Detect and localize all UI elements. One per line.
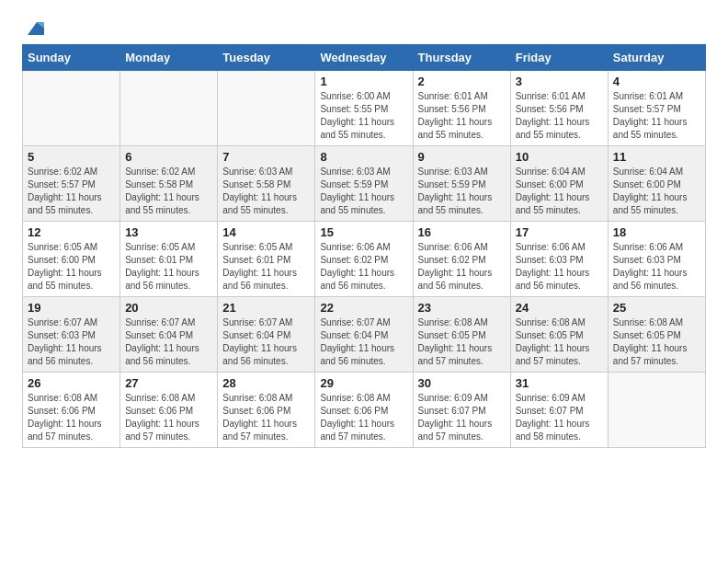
weekday-sunday: Sunday: [23, 45, 120, 71]
calendar-cell: 17Sunrise: 6:06 AM Sunset: 6:03 PM Dayli…: [510, 222, 608, 297]
logo: [22, 18, 44, 35]
calendar-cell: 16Sunrise: 6:06 AM Sunset: 6:02 PM Dayli…: [413, 222, 510, 297]
day-info: Sunrise: 6:03 AM Sunset: 5:59 PM Dayligh…: [320, 166, 407, 217]
day-number: 28: [222, 376, 310, 390]
calendar-cell: 15Sunrise: 6:06 AM Sunset: 6:02 PM Dayli…: [315, 222, 413, 297]
calendar-cell: [218, 71, 315, 146]
week-row-5: 26Sunrise: 6:08 AM Sunset: 6:06 PM Dayli…: [23, 373, 706, 448]
day-number: 24: [516, 301, 603, 315]
calendar: SundayMondayTuesdayWednesdayThursdayFrid…: [22, 44, 706, 448]
day-info: Sunrise: 6:09 AM Sunset: 6:07 PM Dayligh…: [516, 392, 603, 443]
day-number: 29: [320, 376, 407, 390]
day-info: Sunrise: 6:08 AM Sunset: 6:05 PM Dayligh…: [613, 316, 700, 368]
day-info: Sunrise: 6:04 AM Sunset: 6:00 PM Dayligh…: [516, 166, 603, 217]
day-number: 15: [320, 225, 407, 239]
calendar-cell: 1Sunrise: 6:00 AM Sunset: 5:55 PM Daylig…: [315, 71, 413, 146]
calendar-cell: 9Sunrise: 6:03 AM Sunset: 5:59 PM Daylig…: [413, 146, 510, 222]
day-number: 3: [516, 75, 603, 88]
calendar-cell: 19Sunrise: 6:07 AM Sunset: 6:03 PM Dayli…: [23, 297, 120, 373]
weekday-tuesday: Tuesday: [218, 45, 315, 71]
day-number: 22: [320, 301, 407, 315]
day-number: 23: [418, 301, 506, 315]
calendar-cell: 7Sunrise: 6:03 AM Sunset: 5:58 PM Daylig…: [218, 146, 315, 222]
day-number: 14: [222, 225, 310, 239]
calendar-cell: 5Sunrise: 6:02 AM Sunset: 5:57 PM Daylig…: [23, 146, 120, 222]
weekday-saturday: Saturday: [608, 45, 705, 71]
calendar-cell: 22Sunrise: 6:07 AM Sunset: 6:04 PM Dayli…: [315, 297, 413, 373]
weekday-friday: Friday: [510, 45, 608, 71]
calendar-cell: 14Sunrise: 6:05 AM Sunset: 6:01 PM Dayli…: [218, 222, 315, 297]
day-info: Sunrise: 6:08 AM Sunset: 6:05 PM Dayligh…: [516, 316, 603, 368]
weekday-thursday: Thursday: [413, 45, 510, 71]
week-row-4: 19Sunrise: 6:07 AM Sunset: 6:03 PM Dayli…: [23, 297, 706, 373]
day-number: 2: [418, 75, 506, 88]
calendar-cell: 25Sunrise: 6:08 AM Sunset: 6:05 PM Dayli…: [608, 297, 705, 373]
day-number: 25: [613, 301, 700, 315]
day-info: Sunrise: 6:07 AM Sunset: 6:04 PM Dayligh…: [222, 316, 310, 368]
day-number: 20: [125, 301, 212, 315]
weekday-header-row: SundayMondayTuesdayWednesdayThursdayFrid…: [23, 45, 706, 71]
day-info: Sunrise: 6:05 AM Sunset: 6:01 PM Dayligh…: [222, 241, 310, 293]
day-info: Sunrise: 6:05 AM Sunset: 6:01 PM Dayligh…: [125, 241, 212, 293]
day-number: 30: [418, 376, 506, 390]
day-info: Sunrise: 6:00 AM Sunset: 5:55 PM Dayligh…: [320, 90, 407, 142]
weekday-wednesday: Wednesday: [315, 45, 413, 71]
calendar-cell: 21Sunrise: 6:07 AM Sunset: 6:04 PM Dayli…: [218, 297, 315, 373]
calendar-cell: [23, 71, 120, 146]
calendar-cell: 26Sunrise: 6:08 AM Sunset: 6:06 PM Dayli…: [23, 373, 120, 448]
day-number: 16: [418, 225, 506, 239]
day-number: 4: [613, 75, 700, 88]
day-info: Sunrise: 6:01 AM Sunset: 5:56 PM Dayligh…: [516, 90, 603, 142]
calendar-cell: 2Sunrise: 6:01 AM Sunset: 5:56 PM Daylig…: [413, 71, 510, 146]
day-info: Sunrise: 6:08 AM Sunset: 6:06 PM Dayligh…: [28, 392, 115, 443]
calendar-cell: 10Sunrise: 6:04 AM Sunset: 6:00 PM Dayli…: [510, 146, 608, 222]
day-info: Sunrise: 6:08 AM Sunset: 6:06 PM Dayligh…: [222, 392, 310, 443]
day-info: Sunrise: 6:09 AM Sunset: 6:07 PM Dayligh…: [418, 392, 506, 443]
day-info: Sunrise: 6:06 AM Sunset: 6:02 PM Dayligh…: [320, 241, 407, 293]
day-number: 21: [222, 301, 310, 315]
calendar-cell: 6Sunrise: 6:02 AM Sunset: 5:58 PM Daylig…: [120, 146, 218, 222]
day-info: Sunrise: 6:01 AM Sunset: 5:56 PM Dayligh…: [418, 90, 506, 142]
calendar-cell: [120, 71, 218, 146]
week-row-1: 1Sunrise: 6:00 AM Sunset: 5:55 PM Daylig…: [23, 71, 706, 146]
day-number: 11: [613, 150, 700, 164]
day-info: Sunrise: 6:06 AM Sunset: 6:03 PM Dayligh…: [516, 241, 603, 293]
day-info: Sunrise: 6:07 AM Sunset: 6:03 PM Dayligh…: [28, 316, 115, 368]
calendar-cell: 11Sunrise: 6:04 AM Sunset: 6:00 PM Dayli…: [608, 146, 705, 222]
day-number: 1: [320, 75, 407, 88]
day-number: 31: [516, 376, 603, 390]
calendar-cell: 30Sunrise: 6:09 AM Sunset: 6:07 PM Dayli…: [413, 373, 510, 448]
day-info: Sunrise: 6:04 AM Sunset: 6:00 PM Dayligh…: [613, 166, 700, 217]
week-row-3: 12Sunrise: 6:05 AM Sunset: 6:00 PM Dayli…: [23, 222, 706, 297]
calendar-cell: 12Sunrise: 6:05 AM Sunset: 6:00 PM Dayli…: [23, 222, 120, 297]
day-info: Sunrise: 6:06 AM Sunset: 6:02 PM Dayligh…: [418, 241, 506, 293]
day-info: Sunrise: 6:03 AM Sunset: 5:59 PM Dayligh…: [418, 166, 506, 217]
calendar-cell: 3Sunrise: 6:01 AM Sunset: 5:56 PM Daylig…: [510, 71, 608, 146]
calendar-cell: 8Sunrise: 6:03 AM Sunset: 5:59 PM Daylig…: [315, 146, 413, 222]
calendar-cell: 27Sunrise: 6:08 AM Sunset: 6:06 PM Dayli…: [120, 373, 218, 448]
page-container: SundayMondayTuesdayWednesdayThursdayFrid…: [0, 0, 728, 466]
calendar-cell: 20Sunrise: 6:07 AM Sunset: 6:04 PM Dayli…: [120, 297, 218, 373]
calendar-cell: 29Sunrise: 6:08 AM Sunset: 6:06 PM Dayli…: [315, 373, 413, 448]
header: [22, 18, 706, 35]
week-row-2: 5Sunrise: 6:02 AM Sunset: 5:57 PM Daylig…: [23, 146, 706, 222]
day-info: Sunrise: 6:03 AM Sunset: 5:58 PM Dayligh…: [222, 166, 310, 217]
calendar-cell: 28Sunrise: 6:08 AM Sunset: 6:06 PM Dayli…: [218, 373, 315, 448]
day-info: Sunrise: 6:01 AM Sunset: 5:57 PM Dayligh…: [613, 90, 700, 142]
day-number: 7: [222, 150, 310, 164]
day-number: 19: [28, 301, 115, 315]
day-number: 9: [418, 150, 506, 164]
day-number: 13: [125, 225, 212, 239]
day-number: 26: [28, 376, 115, 390]
day-number: 5: [28, 150, 115, 164]
day-number: 17: [516, 225, 603, 239]
day-number: 8: [320, 150, 407, 164]
day-info: Sunrise: 6:02 AM Sunset: 5:58 PM Dayligh…: [125, 166, 212, 217]
calendar-cell: 31Sunrise: 6:09 AM Sunset: 6:07 PM Dayli…: [510, 373, 608, 448]
day-info: Sunrise: 6:06 AM Sunset: 6:03 PM Dayligh…: [613, 241, 700, 293]
day-info: Sunrise: 6:02 AM Sunset: 5:57 PM Dayligh…: [28, 166, 115, 217]
day-info: Sunrise: 6:07 AM Sunset: 6:04 PM Dayligh…: [125, 316, 212, 368]
day-info: Sunrise: 6:05 AM Sunset: 6:00 PM Dayligh…: [28, 241, 115, 293]
day-number: 12: [28, 225, 115, 239]
calendar-cell: 13Sunrise: 6:05 AM Sunset: 6:01 PM Dayli…: [120, 222, 218, 297]
